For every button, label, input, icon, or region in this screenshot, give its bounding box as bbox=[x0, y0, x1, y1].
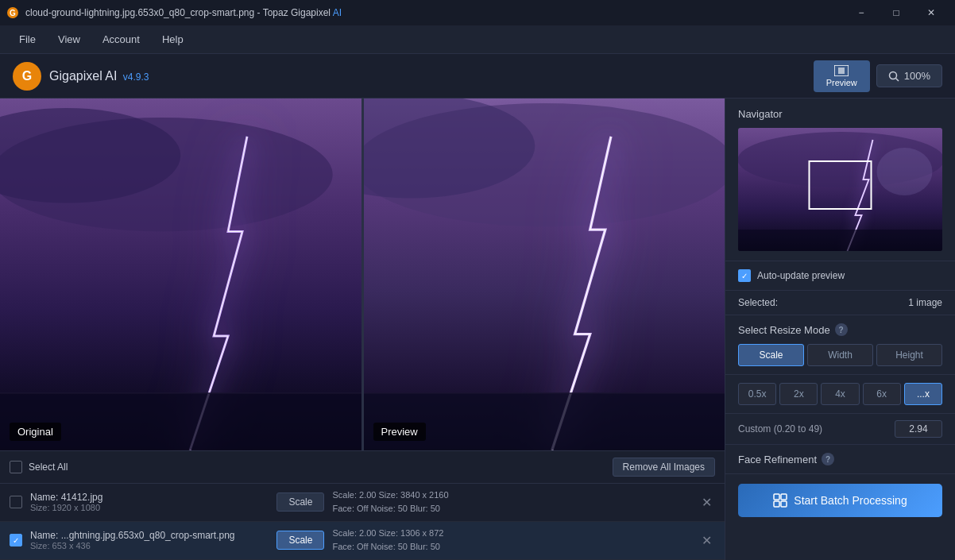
menu-view[interactable]: View bbox=[48, 30, 90, 48]
image-2-params-face: Face: Off Noise: 50 Blur: 50 bbox=[332, 540, 690, 554]
image-row: Name: ...ghtning.jpg.653x0_q80_crop-smar… bbox=[0, 522, 725, 560]
title-text: cloud-ground-lightning.jpg.653x0_q80_cro… bbox=[25, 7, 342, 18]
preview-image bbox=[364, 98, 725, 450]
original-image bbox=[0, 98, 362, 450]
menu-account[interactable]: Account bbox=[93, 30, 149, 48]
resize-mode-height-button[interactable]: Height bbox=[876, 344, 942, 366]
preset-4x-button[interactable]: 4x bbox=[821, 383, 859, 405]
select-all-checkbox[interactable] bbox=[10, 461, 22, 473]
original-pane: Original bbox=[0, 98, 362, 450]
select-all-row: Select All bbox=[10, 461, 68, 473]
face-refinement-section: Face Refinement ? bbox=[725, 445, 955, 474]
preset-custom-button[interactable]: ...x bbox=[904, 383, 942, 405]
resize-mode-scale-button[interactable]: Scale bbox=[738, 344, 804, 366]
app-name-text: Gigapixel AI bbox=[49, 69, 117, 83]
image-2-params-scale: Scale: 2.00 Size: 1306 x 872 bbox=[332, 527, 690, 541]
svg-point-18 bbox=[877, 148, 933, 195]
zoom-button[interactable]: 100% bbox=[876, 64, 942, 87]
image-panel: Original bbox=[0, 98, 725, 560]
navigator-title: Navigator bbox=[738, 108, 942, 120]
image-viewer: Original bbox=[0, 98, 725, 450]
auto-update-checkbox[interactable] bbox=[738, 269, 751, 282]
title-bar: G cloud-ground-lightning.jpg.653x0_q80_c… bbox=[0, 0, 955, 25]
preset-2x-button[interactable]: 2x bbox=[779, 383, 818, 405]
resize-mode-buttons: Scale Width Height bbox=[738, 344, 942, 366]
svg-rect-21 bbox=[774, 494, 779, 500]
image-2-remove-button[interactable]: ✕ bbox=[698, 533, 715, 548]
svg-rect-23 bbox=[774, 501, 779, 507]
preview-label: Preview bbox=[826, 78, 857, 87]
svg-rect-14 bbox=[364, 393, 725, 450]
image-1-params-scale: Scale: 2.00 Size: 3840 x 2160 bbox=[332, 489, 690, 503]
minimize-button[interactable]: − bbox=[844, 0, 879, 25]
selected-row: Selected: 1 image bbox=[725, 291, 955, 315]
custom-scale-row: Custom (0.20 to 49) bbox=[725, 414, 955, 445]
close-button[interactable]: ✕ bbox=[914, 0, 949, 25]
resize-mode-width-button[interactable]: Width bbox=[807, 344, 873, 366]
image-list-header: Select All Remove All Images bbox=[0, 451, 725, 484]
image-1-checkbox[interactable] bbox=[10, 496, 22, 508]
window-controls: − □ ✕ bbox=[844, 0, 949, 25]
face-refinement-label: Face Refinement ? bbox=[738, 453, 942, 465]
preview-label: Preview bbox=[373, 423, 426, 441]
title-bar-left: G cloud-ground-lightning.jpg.653x0_q80_c… bbox=[6, 6, 342, 19]
image-2-params: Scale: 2.00 Size: 1306 x 872 Face: Off N… bbox=[332, 527, 690, 554]
image-1-scale-button[interactable]: Scale bbox=[276, 492, 324, 512]
svg-line-5 bbox=[895, 78, 899, 81]
resize-mode-help-icon[interactable]: ? bbox=[835, 323, 848, 336]
face-refinement-help-icon[interactable]: ? bbox=[822, 453, 834, 465]
image-row: Name: 41412.jpg Size: 1920 x 1080 Scale … bbox=[0, 484, 725, 522]
logo-icon: G bbox=[13, 62, 41, 91]
resize-mode-label: Select Resize Mode ? bbox=[738, 323, 942, 336]
image-1-info: Name: 41412.jpg Size: 1920 x 1080 bbox=[30, 492, 269, 512]
navigator-image bbox=[738, 128, 942, 251]
svg-rect-3 bbox=[838, 68, 845, 74]
menu-file[interactable]: File bbox=[10, 30, 45, 48]
svg-text:G: G bbox=[10, 9, 16, 17]
remove-all-button[interactable]: Remove All Images bbox=[613, 458, 715, 477]
svg-rect-9 bbox=[0, 393, 362, 450]
maximize-button[interactable]: □ bbox=[879, 0, 914, 25]
image-1-params-face: Face: Off Noise: 50 Blur: 50 bbox=[332, 502, 690, 516]
app-header: G Gigapixel AI v4.9.3 Preview 100% bbox=[0, 54, 955, 98]
app-version-text: v4.9.3 bbox=[123, 71, 149, 83]
image-1-size: Size: 1920 x 1080 bbox=[30, 503, 269, 512]
preview-button[interactable]: Preview bbox=[814, 60, 870, 92]
svg-point-4 bbox=[889, 71, 896, 79]
preview-icon bbox=[834, 65, 849, 76]
app-name-label: Gigapixel AI v4.9.3 bbox=[49, 69, 149, 83]
preview-pane: Preview bbox=[364, 98, 725, 450]
app-icon: G bbox=[6, 6, 19, 19]
resize-mode-section: Select Resize Mode ? Scale Width Height bbox=[725, 315, 955, 375]
start-batch-button[interactable]: Start Batch Processing bbox=[738, 484, 942, 517]
select-all-label: Select All bbox=[29, 462, 68, 473]
svg-rect-22 bbox=[781, 494, 787, 500]
image-1-remove-button[interactable]: ✕ bbox=[698, 495, 715, 510]
navigator-thumbnail[interactable] bbox=[738, 128, 942, 251]
selected-label: Selected: bbox=[738, 297, 778, 308]
image-2-scale-button[interactable]: Scale bbox=[276, 531, 324, 550]
menu-help[interactable]: Help bbox=[153, 30, 193, 48]
custom-scale-input[interactable] bbox=[895, 420, 942, 438]
start-batch-label: Start Batch Processing bbox=[794, 494, 907, 507]
scale-presets-section: 0.5x 2x 4x 6x ...x bbox=[725, 375, 955, 414]
custom-scale-label: Custom (0.20 to 49) bbox=[738, 423, 822, 434]
auto-update-label: Auto-update preview bbox=[757, 270, 845, 281]
zoom-label: 100% bbox=[904, 70, 930, 82]
image-2-size: Size: 653 x 436 bbox=[30, 541, 269, 550]
zoom-icon bbox=[888, 71, 899, 82]
face-refinement-text: Face Refinement bbox=[738, 454, 817, 465]
preset-05x-button[interactable]: 0.5x bbox=[738, 383, 776, 405]
image-2-name: Name: ...ghtning.jpg.653x0_q80_crop-smar… bbox=[30, 530, 269, 541]
selected-value: 1 image bbox=[908, 297, 942, 308]
svg-rect-19 bbox=[738, 230, 942, 251]
image-2-checkbox[interactable] bbox=[10, 534, 22, 546]
image-2-info: Name: ...ghtning.jpg.653x0_q80_crop-smar… bbox=[30, 530, 269, 550]
scale-preset-buttons: 0.5x 2x 4x 6x ...x bbox=[738, 383, 942, 405]
image-1-name: Name: 41412.jpg bbox=[30, 492, 269, 503]
resize-mode-text: Select Resize Mode bbox=[738, 324, 830, 336]
image-1-params: Scale: 2.00 Size: 3840 x 2160 Face: Off … bbox=[332, 489, 690, 516]
main-layout: Original bbox=[0, 98, 955, 560]
preset-6x-button[interactable]: 6x bbox=[863, 383, 901, 405]
header-controls: Preview 100% bbox=[814, 60, 942, 92]
